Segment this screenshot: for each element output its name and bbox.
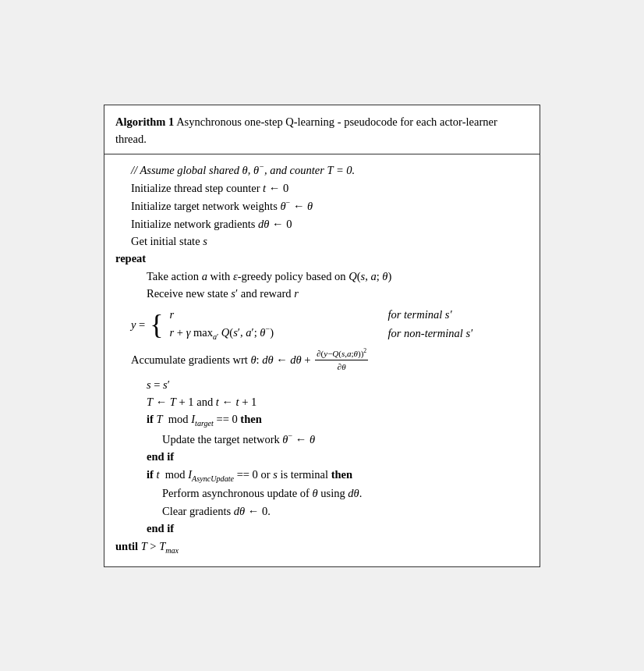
comment-line: // Assume global shared θ, θ−, and count… xyxy=(115,161,529,179)
fraction-denominator: ∂θ xyxy=(336,360,348,374)
update-target-line: Update the target network θ− ← θ xyxy=(115,430,529,448)
init-thread-counter: Initialize thread step counter t ← 0 xyxy=(115,179,529,197)
case-non-terminal-cond: for non-terminal s′ xyxy=(388,325,473,342)
until-line: until T > Tmax xyxy=(115,538,529,557)
y-label: y = xyxy=(131,316,145,333)
accumulate-line: Accumulate gradients wrt θ: dθ ← dθ + ∂(… xyxy=(115,346,529,375)
init-target-weights: Initialize target network weights θ− ← θ xyxy=(115,197,529,215)
algorithm-header: Algorithm 1 Asynchronous one-step Q-lear… xyxy=(104,105,540,155)
if-target-line: if T mod Itarget == 0 then xyxy=(115,410,529,430)
perform-async-line: Perform asynchronous update of θ using d… xyxy=(115,485,529,502)
algorithm-body: // Assume global shared θ, θ−, and count… xyxy=(104,154,540,566)
case-non-terminal: r + γ maxa′ Q(s′, a′; θ−) for non-termin… xyxy=(170,323,473,343)
end-if-target: end if xyxy=(115,448,529,465)
algorithm-box: Algorithm 1 Asynchronous one-step Q-lear… xyxy=(104,105,540,567)
case-terminal-expr: r xyxy=(170,306,341,323)
y-equation: y = { r for terminal s′ r + γ maxa′ Q(s′… xyxy=(115,306,529,343)
s-update-line: s = s′ xyxy=(115,376,529,393)
gradient-fraction: ∂(y−Q(s,a;θ))2 ∂θ xyxy=(315,346,368,375)
case-terminal: r for terminal s′ xyxy=(170,306,473,323)
case-non-terminal-expr: r + γ maxa′ Q(s′, a′; θ−) xyxy=(170,323,341,343)
fraction-numerator: ∂(y−Q(s,a;θ))2 xyxy=(315,346,368,361)
end-if-async: end if xyxy=(115,520,529,537)
case-terminal-cond: for terminal s′ xyxy=(388,306,452,323)
accumulate-text-pre: Accumulate gradients wrt θ: dθ ← dθ + xyxy=(131,351,313,368)
get-initial-state: Get initial state s xyxy=(115,233,529,250)
take-action-line: Take action a with ε-greedy policy based… xyxy=(115,268,529,285)
t-update-line: T ← T + 1 and t ← t + 1 xyxy=(115,393,529,410)
cases-block: r for terminal s′ r + γ maxa′ Q(s′, a′; … xyxy=(170,306,473,343)
brace-symbol: { xyxy=(150,311,163,339)
clear-gradients-line: Clear gradients dθ ← 0. xyxy=(115,502,529,520)
repeat-keyword: repeat xyxy=(115,250,529,267)
if-async-line: if t mod IAsyncUpdate == 0 or s is termi… xyxy=(115,466,529,485)
receive-state-line: Receive new state s′ and reward r xyxy=(115,285,529,302)
init-gradients: Initialize network gradients dθ ← 0 xyxy=(115,215,529,233)
algorithm-label: Algorithm 1 xyxy=(115,115,174,128)
